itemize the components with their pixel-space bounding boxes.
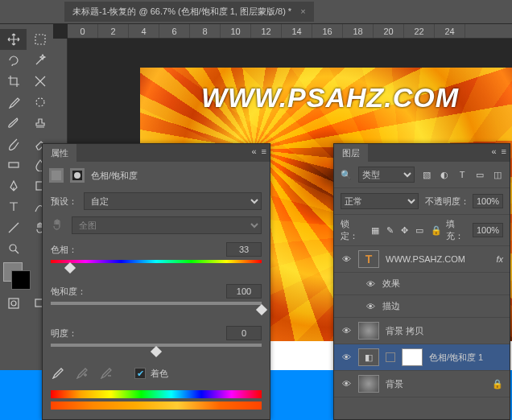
layer-text[interactable]: 👁 T WWW.PSAHZ.COM fx — [334, 246, 510, 273]
blend-mode-select[interactable]: 正常 — [341, 193, 419, 209]
brush-tool[interactable] — [0, 113, 27, 134]
layer-bg-copy[interactable]: 👁 背景 拷贝 — [334, 318, 510, 344]
lightness-label: 明度： — [51, 327, 77, 340]
eyedropper-subtract-icon[interactable] — [99, 366, 112, 381]
gradient-tool[interactable] — [0, 154, 27, 175]
preset-select[interactable]: 自定 — [84, 192, 262, 210]
colorize-label: 着色 — [151, 368, 168, 380]
colorize-checkbox[interactable]: ✔ — [134, 368, 146, 379]
move-tool[interactable] — [0, 29, 27, 50]
filter-icon[interactable]: 🔍 — [341, 170, 352, 180]
link-icon[interactable] — [386, 352, 395, 362]
quickmask-tool[interactable] — [0, 293, 27, 314]
pen-tool[interactable] — [0, 175, 27, 196]
panel-collapse-icon[interactable]: « — [491, 146, 496, 156]
crop-tool[interactable] — [0, 71, 27, 92]
eyedropper-icon[interactable] — [51, 366, 64, 381]
layer-thumb — [358, 322, 379, 340]
close-tab-icon[interactable]: × — [300, 6, 305, 16]
fill-input[interactable] — [473, 223, 503, 237]
stamp-tool[interactable] — [27, 113, 53, 134]
layer-bg[interactable]: 👁 背景 🔒 — [334, 371, 510, 397]
text-layer-icon: T — [358, 250, 379, 268]
filter-type-icon[interactable]: T — [456, 169, 468, 180]
eyedropper-tool[interactable] — [0, 92, 27, 113]
layer-effects[interactable]: 👁 效果 — [334, 273, 510, 295]
artwork-text: WWW.PSAHZ.COM — [140, 82, 512, 113]
zoom-tool[interactable] — [0, 238, 27, 259]
visibility-icon[interactable]: 👁 — [341, 379, 352, 389]
lasso-tool[interactable] — [0, 50, 27, 71]
marquee-tool[interactable] — [27, 29, 53, 50]
background-swatch[interactable] — [11, 270, 31, 290]
layer-stroke[interactable]: 👁 描边 — [334, 295, 510, 318]
opacity-input[interactable] — [473, 194, 503, 208]
adjustment-icon — [49, 168, 64, 183]
panel-menu-icon[interactable]: ≡ — [502, 146, 506, 156]
lock-artboard-icon[interactable]: ▭ — [415, 225, 424, 235]
lightness-slider[interactable] — [51, 344, 262, 350]
layer-hue-sat[interactable]: 👁 ◧ 色相/饱和度 1 — [334, 344, 510, 371]
adjustment-title: 色相/饱和度 — [91, 170, 138, 182]
lock-icon: 🔒 — [492, 379, 503, 389]
lock-brush-icon[interactable]: ✎ — [386, 225, 395, 235]
filter-shape-icon[interactable]: ▭ — [474, 169, 485, 180]
scrubby-icon[interactable] — [51, 218, 65, 233]
ruler-horizontal: 024681012141618202224 — [68, 24, 512, 39]
opacity-label: 不透明度： — [425, 196, 469, 208]
svg-point-1 — [36, 98, 44, 106]
patch-tool[interactable] — [27, 92, 53, 113]
panel-collapse-icon[interactable]: « — [251, 146, 256, 156]
document-title: 未标题-1-恢复的 @ 66.7% (色相/饱和度 1, 图层蒙版/8) * — [72, 6, 291, 16]
layer-thumb — [358, 375, 379, 393]
eyedropper-add-icon[interactable] — [75, 366, 88, 381]
properties-panel: 属性 «≡ 色相/饱和度 预设： 自定 全图 色相： 饱和度： 明度： ✔ 着色 — [42, 143, 270, 420]
visibility-icon[interactable]: 👁 — [365, 302, 376, 311]
svg-rect-8 — [52, 171, 61, 180]
svg-point-10 — [74, 172, 81, 179]
visibility-icon[interactable]: 👁 — [341, 326, 352, 336]
lightness-input[interactable] — [226, 326, 262, 340]
hue-label: 色相： — [51, 244, 77, 256]
slice-tool[interactable] — [27, 71, 53, 92]
wand-tool[interactable] — [27, 50, 53, 71]
saturation-slider[interactable] — [51, 302, 262, 308]
history-brush-tool[interactable] — [0, 134, 27, 154]
svg-point-6 — [11, 301, 16, 306]
hue-slider[interactable] — [51, 260, 262, 266]
visibility-icon[interactable]: 👁 — [341, 352, 352, 362]
svg-point-4 — [10, 245, 16, 251]
svg-rect-0 — [35, 35, 45, 44]
lock-label: 锁定： — [341, 218, 365, 242]
filter-adjust-icon[interactable]: ◐ — [439, 169, 450, 180]
layers-tab[interactable]: 图层 — [334, 144, 368, 163]
panel-menu-icon[interactable]: ≡ — [262, 146, 266, 156]
filter-pixel-icon[interactable]: ▧ — [421, 169, 432, 180]
line-tool[interactable] — [0, 217, 27, 238]
range-select[interactable]: 全图 — [72, 216, 262, 234]
gradient-preview — [51, 390, 262, 410]
adjustment-thumb: ◧ — [358, 348, 379, 366]
lock-pixels-icon[interactable]: ▦ — [371, 225, 380, 235]
layers-panel: 图层 «≡ 🔍 类型 ▧ ◐ T ▭ ◫ 正常 不透明度： 锁定： ▦ ✎ ✥ … — [333, 143, 510, 420]
type-tool[interactable] — [0, 196, 27, 217]
layer-mask-thumb[interactable] — [402, 348, 423, 366]
fx-badge[interactable]: fx — [496, 254, 503, 264]
filter-smart-icon[interactable]: ◫ — [492, 169, 503, 180]
mask-icon — [70, 168, 85, 183]
saturation-input[interactable] — [226, 284, 262, 299]
fill-label: 填充： — [446, 218, 469, 242]
lock-all-icon[interactable]: 🔒 — [431, 225, 440, 235]
hue-input[interactable] — [226, 242, 262, 257]
preset-label: 预设： — [51, 196, 77, 208]
visibility-icon[interactable]: 👁 — [365, 279, 376, 289]
visibility-icon[interactable]: 👁 — [341, 254, 352, 264]
svg-rect-5 — [9, 299, 19, 308]
svg-rect-2 — [9, 163, 19, 167]
document-tab[interactable]: 未标题-1-恢复的 @ 66.7% (色相/饱和度 1, 图层蒙版/8) * × — [64, 2, 314, 22]
lock-position-icon[interactable]: ✥ — [401, 225, 410, 235]
properties-tab[interactable]: 属性 — [43, 144, 76, 163]
saturation-label: 饱和度： — [51, 286, 86, 298]
filter-type-select[interactable]: 类型 — [358, 167, 415, 183]
